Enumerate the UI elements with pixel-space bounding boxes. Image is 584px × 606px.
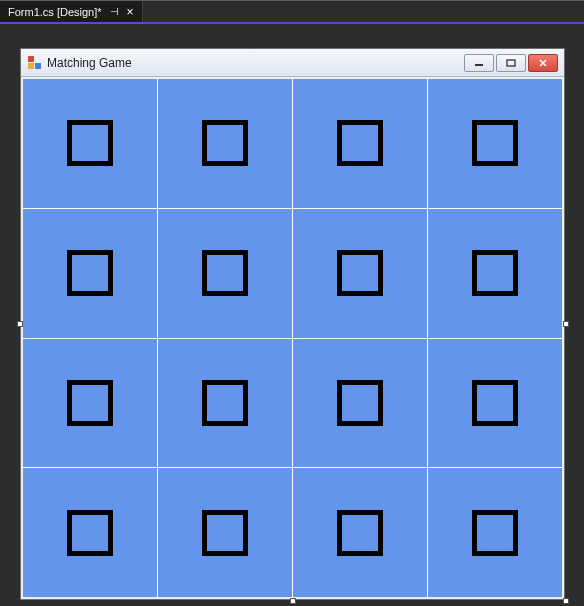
designer-surface[interactable]: Matching Game xyxy=(0,24,584,604)
square-icon xyxy=(67,120,113,166)
document-tab-label: Form1.cs [Design]* xyxy=(8,6,102,18)
maximize-button[interactable] xyxy=(496,54,526,72)
grid-cell[interactable] xyxy=(428,209,562,338)
square-icon xyxy=(472,120,518,166)
square-icon xyxy=(202,380,248,426)
square-icon xyxy=(202,120,248,166)
grid-cell[interactable] xyxy=(23,79,157,208)
grid-cell[interactable] xyxy=(158,79,292,208)
document-tab-form1[interactable]: Form1.cs [Design]* ⊣ × xyxy=(0,1,143,22)
resize-handle-bottom[interactable] xyxy=(290,598,296,604)
square-icon xyxy=(67,380,113,426)
grid-cell[interactable] xyxy=(428,79,562,208)
svg-rect-0 xyxy=(475,64,483,66)
resize-handle-bottom-right[interactable] xyxy=(563,598,569,604)
square-icon xyxy=(472,250,518,296)
grid-cell[interactable] xyxy=(23,209,157,338)
square-icon xyxy=(337,120,383,166)
grid-cell[interactable] xyxy=(23,339,157,468)
square-icon xyxy=(337,380,383,426)
resize-handle-left[interactable] xyxy=(17,321,23,327)
square-icon xyxy=(337,250,383,296)
square-icon xyxy=(472,510,518,556)
windows-form[interactable]: Matching Game xyxy=(20,48,565,600)
grid-cell[interactable] xyxy=(428,468,562,597)
square-icon xyxy=(67,250,113,296)
grid-cell[interactable] xyxy=(293,339,427,468)
table-layout-panel[interactable] xyxy=(23,79,562,597)
square-icon xyxy=(202,250,248,296)
form-title: Matching Game xyxy=(47,56,458,70)
document-tab-strip: Form1.cs [Design]* ⊣ × xyxy=(0,0,584,24)
grid-cell[interactable] xyxy=(158,468,292,597)
close-button[interactable] xyxy=(528,54,558,72)
square-icon xyxy=(67,510,113,556)
grid-cell[interactable] xyxy=(158,339,292,468)
form-icon xyxy=(27,56,41,70)
minimize-icon xyxy=(474,59,484,67)
pin-icon[interactable]: ⊣ xyxy=(110,6,119,17)
grid-cell[interactable] xyxy=(293,209,427,338)
square-icon xyxy=(337,510,383,556)
form-titlebar: Matching Game xyxy=(21,49,564,77)
maximize-icon xyxy=(506,59,516,67)
grid-cell[interactable] xyxy=(428,339,562,468)
square-icon xyxy=(202,510,248,556)
grid-cell[interactable] xyxy=(158,209,292,338)
square-icon xyxy=(472,380,518,426)
svg-rect-1 xyxy=(507,60,515,66)
minimize-button[interactable] xyxy=(464,54,494,72)
grid-cell[interactable] xyxy=(23,468,157,597)
form-client-area xyxy=(21,77,564,599)
window-buttons xyxy=(464,54,558,72)
resize-handle-right[interactable] xyxy=(563,321,569,327)
close-icon[interactable]: × xyxy=(127,5,134,19)
grid-cell[interactable] xyxy=(293,468,427,597)
close-x-icon xyxy=(538,59,548,67)
grid-cell[interactable] xyxy=(293,79,427,208)
